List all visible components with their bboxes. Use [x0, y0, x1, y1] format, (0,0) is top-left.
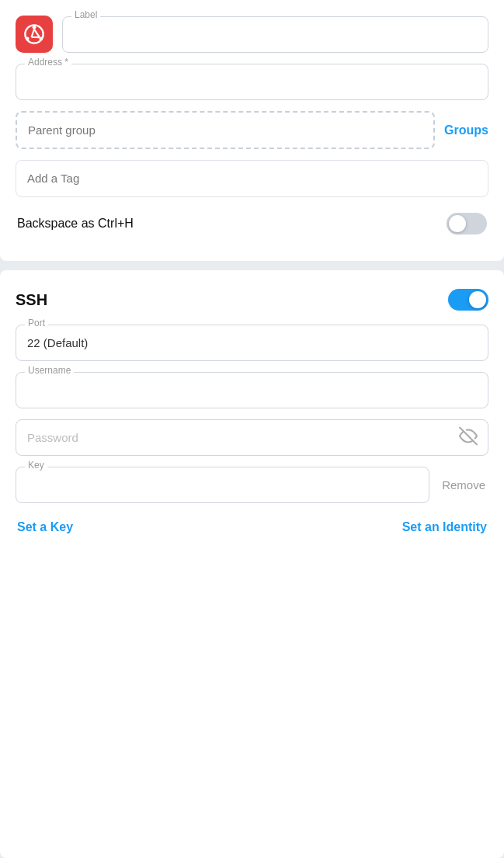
key-input[interactable]: [16, 467, 429, 503]
password-input[interactable]: [16, 419, 488, 456]
svg-point-3: [39, 37, 43, 41]
tag-input-container: [16, 160, 488, 197]
password-input-wrap: [16, 419, 488, 456]
ssh-toggle[interactable]: [448, 289, 488, 311]
label-row: Label: [16, 16, 488, 53]
set-key-link[interactable]: Set a Key: [17, 520, 73, 534]
page-container: Label Address * Groups Backspace as Ctrl…: [0, 0, 504, 858]
ssh-section: SSH Port Username: [0, 270, 504, 858]
backspace-toggle[interactable]: [447, 213, 487, 234]
groups-link[interactable]: Groups: [444, 123, 488, 137]
remove-button[interactable]: Remove: [439, 474, 488, 496]
key-input-wrap: Key: [16, 467, 429, 503]
parent-group-row: Groups: [16, 111, 488, 149]
svg-point-2: [26, 37, 30, 41]
tag-input[interactable]: [27, 172, 477, 185]
ssh-toggle-thumb: [469, 291, 486, 308]
eye-off-icon[interactable]: [459, 426, 478, 449]
ssh-title: SSH: [16, 291, 47, 309]
set-identity-link[interactable]: Set an Identity: [402, 520, 487, 534]
address-input[interactable]: [16, 64, 488, 100]
key-row: Key Remove: [16, 467, 488, 503]
svg-line-6: [34, 30, 40, 38]
ssh-header: SSH: [16, 289, 488, 311]
backspace-label: Backspace as Ctrl+H: [17, 217, 134, 231]
toggle-thumb: [449, 215, 466, 232]
username-input-wrap: Username: [16, 372, 488, 408]
address-section: Address *: [16, 64, 488, 100]
app-icon: [16, 16, 53, 53]
parent-group-input[interactable]: [16, 111, 435, 149]
label-input[interactable]: [62, 16, 488, 53]
label-input-wrap: Label: [62, 16, 488, 53]
svg-line-4: [32, 30, 35, 37]
backspace-row: Backspace as Ctrl+H: [16, 208, 488, 239]
svg-point-1: [33, 26, 36, 30]
top-section: Label Address * Groups Backspace as Ctrl…: [0, 0, 504, 261]
port-input[interactable]: [16, 325, 488, 361]
action-row: Set a Key Set an Identity: [16, 514, 488, 534]
ubuntu-icon: [23, 23, 45, 45]
username-input[interactable]: [16, 372, 488, 408]
port-input-wrap: Port: [16, 325, 488, 361]
